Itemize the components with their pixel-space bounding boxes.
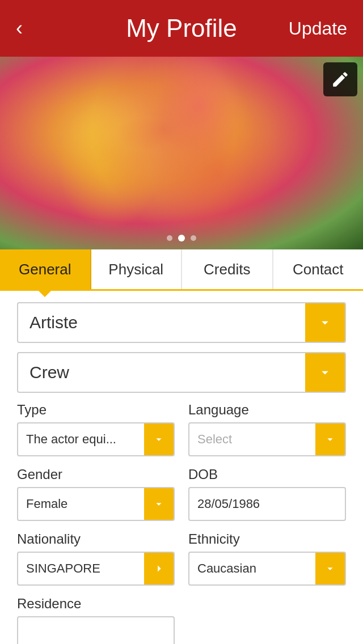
type-field-group: Type The actor equi...: [17, 402, 175, 456]
gender-value: Female: [18, 497, 144, 511]
nationality-value: SINGAPORE: [18, 561, 144, 576]
nationality-arrow-btn[interactable]: [144, 553, 174, 584]
crew-dropdown-arrow[interactable]: [305, 353, 345, 392]
dot-2[interactable]: [178, 235, 185, 242]
tab-credits[interactable]: Credits: [182, 249, 273, 289]
type-label: Type: [17, 402, 175, 418]
chevron-down-icon: [317, 365, 333, 380]
chevron-down-icon: [324, 433, 336, 446]
residence-label: Residence: [17, 596, 346, 612]
content-area: Artiste Crew Type The actor equi...: [0, 291, 363, 644]
ethnicity-value: Caucasian: [189, 561, 315, 576]
hero-image-container: [0, 57, 363, 249]
edit-photo-button[interactable]: [323, 62, 357, 96]
type-value: The actor equi...: [18, 432, 144, 447]
language-arrow-btn[interactable]: [315, 423, 345, 455]
type-language-row: Type The actor equi... Language Select: [17, 402, 346, 467]
page-title: My Profile: [126, 14, 237, 43]
dob-field-group: DOB 28/05/1986: [188, 467, 346, 521]
gender-arrow-btn[interactable]: [144, 488, 174, 520]
crew-label: Crew: [18, 363, 305, 382]
tab-general[interactable]: General: [0, 249, 91, 289]
nationality-field-group: Nationality SINGAPORE: [17, 531, 175, 586]
type-arrow-btn[interactable]: [144, 423, 174, 455]
artiste-dropdown-arrow[interactable]: [305, 303, 345, 342]
language-label: Language: [188, 402, 346, 418]
image-dots: [167, 235, 196, 242]
tab-contact[interactable]: Contact: [273, 249, 364, 289]
rose-image-overlay: [0, 57, 363, 249]
nationality-dropdown[interactable]: SINGAPORE: [17, 552, 175, 586]
nationality-ethnicity-row: Nationality SINGAPORE Ethnicity Caucasia…: [17, 531, 346, 596]
dob-input[interactable]: 28/05/1986: [188, 487, 346, 521]
ethnicity-label: Ethnicity: [188, 531, 346, 547]
pencil-icon: [331, 70, 350, 89]
gender-label: Gender: [17, 467, 175, 482]
chevron-down-icon: [324, 562, 336, 575]
chevron-down-icon: [153, 498, 165, 510]
dot-1[interactable]: [167, 235, 172, 241]
artiste-label: Artiste: [18, 313, 305, 332]
type-dropdown[interactable]: The actor equi...: [17, 422, 175, 456]
nationality-label: Nationality: [17, 531, 175, 547]
dot-3[interactable]: [191, 235, 196, 241]
header: ‹ My Profile Update: [0, 0, 363, 57]
artiste-dropdown[interactable]: Artiste: [17, 302, 346, 343]
gender-field-group: Gender Female: [17, 467, 175, 521]
ethnicity-dropdown[interactable]: Caucasian: [188, 552, 346, 586]
crew-dropdown[interactable]: Crew: [17, 352, 346, 393]
dob-label: DOB: [188, 467, 346, 482]
chevron-right-icon: [153, 562, 165, 575]
ethnicity-field-group: Ethnicity Caucasian: [188, 531, 346, 586]
residence-field-group: Residence: [17, 596, 346, 644]
tab-physical[interactable]: Physical: [91, 249, 183, 289]
update-button[interactable]: Update: [289, 18, 347, 39]
ethnicity-arrow-btn[interactable]: [315, 553, 345, 584]
residence-input[interactable]: [17, 616, 175, 644]
hero-image: [0, 57, 363, 249]
chevron-down-icon: [153, 433, 165, 446]
language-placeholder: Select: [189, 432, 315, 447]
dob-value: 28/05/1986: [197, 497, 260, 511]
language-dropdown[interactable]: Select: [188, 422, 346, 456]
chevron-down-icon: [317, 315, 333, 331]
back-button[interactable]: ‹: [16, 16, 23, 40]
gender-dropdown[interactable]: Female: [17, 487, 175, 521]
language-field-group: Language Select: [188, 402, 346, 456]
tabs-row: General Physical Credits Contact: [0, 249, 363, 291]
gender-dob-row: Gender Female DOB 28/05/1986: [17, 467, 346, 531]
